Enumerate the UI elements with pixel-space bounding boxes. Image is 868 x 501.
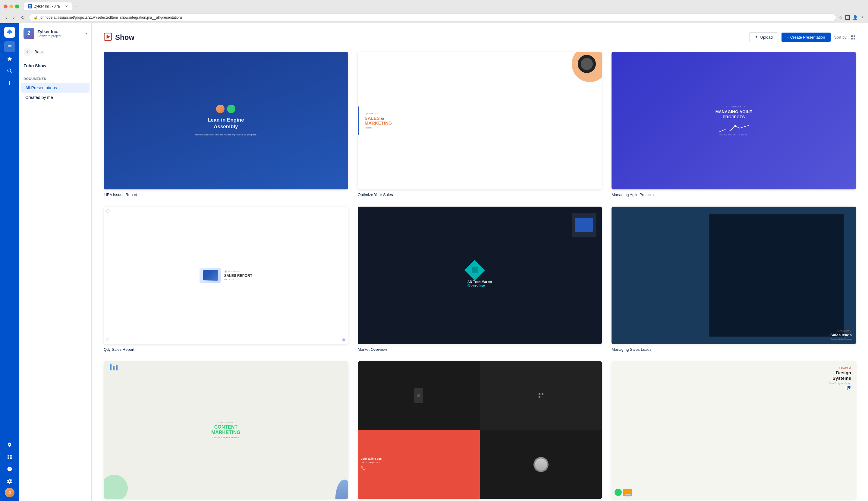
upload-button[interactable]: Upload: [749, 32, 778, 42]
bookmark-icon[interactable]: ☆: [839, 15, 843, 20]
svg-rect-7: [10, 458, 12, 459]
new-tab-button[interactable]: +: [73, 2, 78, 10]
close-button[interactable]: [4, 4, 8, 9]
show-logo: [104, 33, 112, 42]
create-nav-icon[interactable]: [4, 77, 15, 88]
svg-rect-4: [8, 455, 9, 456]
extension-icon[interactable]: 🔲: [845, 15, 850, 20]
svg-point-14: [735, 125, 736, 127]
url-text: johndoe.atlassian.net/projects/ZLR?selec…: [40, 15, 183, 20]
svg-rect-12: [851, 38, 853, 39]
jira-sidebar: J: [0, 23, 19, 501]
project-header: Z Zylker Inc. Software project ▾: [19, 23, 91, 44]
zoho-show-sidebar-title: Zoho Show: [19, 60, 91, 72]
pin-nav-icon[interactable]: [4, 439, 15, 450]
minimize-button[interactable]: [9, 4, 13, 9]
svg-rect-6: [8, 458, 9, 459]
project-dropdown-chevron[interactable]: ▾: [85, 31, 87, 35]
jira-logo[interactable]: [4, 27, 15, 38]
search-nav-icon[interactable]: [4, 65, 15, 76]
svg-rect-3: [31, 7, 31, 8]
browser-chrome: Zylker Inc. - Jira ✕ + ‹ › ↻ 🔒 johndoe.a…: [0, 0, 868, 23]
help-nav-icon[interactable]: [4, 463, 15, 475]
show-play-icon: [104, 33, 112, 42]
project-info: Zylker Inc. Software project: [37, 29, 82, 38]
svg-rect-1: [31, 5, 31, 6]
user-avatar[interactable]: J: [5, 488, 14, 497]
svg-rect-0: [29, 5, 30, 6]
presentation-card-agile[interactable]: TOP 3 TOOLS FOR MANAGING AGILEPROJECTS M…: [612, 52, 856, 197]
presentations-grid: Lean in EngineAssembly Through a refinin…: [104, 52, 856, 501]
back-button[interactable]: Back: [19, 44, 91, 60]
svg-rect-5: [10, 455, 12, 456]
documents-section-label: DOCUMENTS: [19, 72, 91, 83]
card-thumbnail-market: AD Tech Market Overview: [358, 206, 602, 344]
presentation-card-cold[interactable]: Cold calling tips Does it really work ?: [358, 361, 602, 501]
starred-nav-icon[interactable]: [4, 53, 15, 64]
card-thumbnail-agile: TOP 3 TOOLS FOR MANAGING AGILEPROJECTS M…: [612, 52, 856, 189]
back-circle-icon: [23, 47, 32, 56]
project-logo: Z: [23, 28, 34, 39]
forward-nav-button[interactable]: ›: [11, 13, 16, 21]
main-header: Show Upload + Create Presentation Sort b…: [104, 32, 856, 42]
browser-tabs: Zylker Inc. - Jira ✕ +: [24, 2, 78, 10]
svg-rect-10: [851, 35, 853, 37]
header-actions: Upload + Create Presentation Sort by :: [749, 32, 856, 42]
back-nav-button[interactable]: ‹: [4, 13, 9, 21]
maximize-button[interactable]: [15, 4, 19, 9]
presentation-card-sales[interactable]: Optimize Your SALES &MARKETING Funnel Op…: [358, 52, 602, 197]
presentation-card-sales-leads[interactable]: Managing Sales leads Enterprise Sales Pl…: [612, 206, 856, 352]
tab-title: Zylker Inc. - Jira: [34, 4, 60, 9]
more-options-icon[interactable]: ⋮: [860, 15, 864, 20]
tab-favicon: [28, 4, 32, 9]
page-title: Show: [115, 33, 134, 42]
project-type: Software project: [37, 34, 82, 38]
svg-rect-2: [29, 7, 30, 8]
project-sidebar: Z Zylker Inc. Software project ▾ Back Zo…: [19, 23, 92, 501]
profile-icon[interactable]: 👤: [853, 15, 858, 20]
card-thumbnail-liea: Lean in EngineAssembly Through a refinin…: [104, 52, 348, 189]
main-title: Show: [104, 33, 134, 42]
card-thumbnail-qtly: QUARTERLY SALES REPORT Q3 - 2019: [104, 206, 348, 344]
svg-rect-11: [854, 35, 855, 37]
presentation-card-content[interactable]: Zylker Corporation CONTENTMARKETING Camp…: [104, 361, 348, 501]
presentation-card-market[interactable]: AD Tech Market Overview Market Overview: [358, 206, 602, 352]
svg-marker-9: [107, 35, 110, 39]
address-bar-row: ‹ › ↻ 🔒 johndoe.atlassian.net/projects/Z…: [4, 12, 864, 23]
presentation-card-qtly[interactable]: QUARTERLY SALES REPORT Q3 - 2019 Qtly Sa…: [104, 206, 348, 352]
sort-by-control[interactable]: Sort by :: [834, 35, 856, 40]
card-title-liea: LIEA Issues Report: [104, 192, 348, 197]
main-content: Show Upload + Create Presentation Sort b…: [92, 23, 868, 501]
home-nav-icon[interactable]: [4, 41, 15, 52]
lock-icon: 🔒: [33, 15, 38, 20]
card-thumbnail-cold: Cold calling tips Does it really work ?: [358, 361, 602, 499]
reload-button[interactable]: ↻: [19, 13, 26, 21]
apps-nav-icon[interactable]: [4, 451, 15, 462]
presentation-card-future[interactable]: Future of DesignSystems Every Designer's…: [612, 361, 856, 501]
app-body: J Z Zylker Inc. Software project ▾ Back …: [0, 23, 868, 501]
settings-nav-icon[interactable]: [4, 476, 15, 487]
sidebar-item-all-presentations[interactable]: All Presentations: [21, 83, 89, 93]
card-title-qtly: Qtly Sales Report: [104, 347, 348, 352]
create-presentation-button[interactable]: + Create Presentation: [781, 33, 831, 42]
browser-toolbar-actions: ☆ 🔲 👤 ⋮: [839, 15, 864, 20]
svg-rect-13: [854, 38, 855, 39]
card-thumbnail-content: Zylker Corporation CONTENTMARKETING Camp…: [104, 361, 348, 499]
traffic-lights: [4, 4, 19, 9]
card-title-sales-leads: Managing Sales Leads: [612, 347, 856, 352]
project-name: Zylker Inc.: [37, 29, 82, 34]
presentation-card-liea[interactable]: Lean in EngineAssembly Through a refinin…: [104, 52, 348, 197]
url-bar[interactable]: 🔒 johndoe.atlassian.net/projects/ZLR?sel…: [29, 13, 836, 21]
card-title-sales: Optimize Your Sales: [358, 192, 602, 197]
card-thumbnail-future: Future of DesignSystems Every Designer's…: [612, 361, 856, 499]
card-title-agile: Managing Agile Projects: [612, 192, 856, 197]
card-title-market: Market Overview: [358, 347, 602, 352]
card-thumbnail-sales: Optimize Your SALES &MARKETING Funnel: [358, 52, 602, 189]
card-thumbnail-sales-leads: Managing Sales leads Enterprise Sales Pl…: [612, 206, 856, 344]
active-tab[interactable]: Zylker Inc. - Jira ✕: [24, 2, 72, 10]
sidebar-item-created-by-me[interactable]: Created by me: [21, 93, 89, 102]
tab-close-icon[interactable]: ✕: [65, 4, 68, 9]
